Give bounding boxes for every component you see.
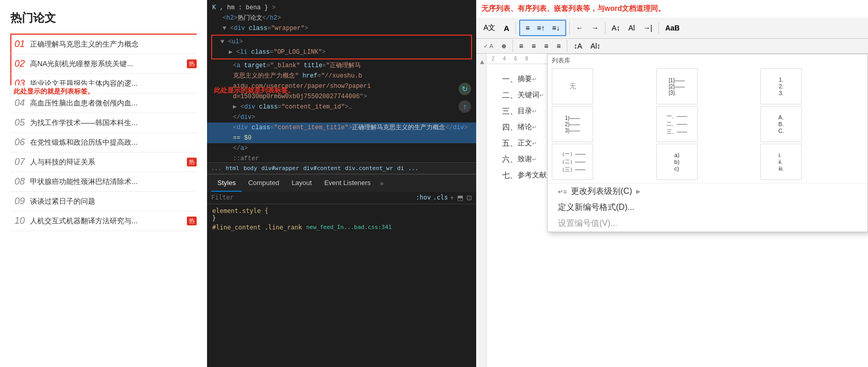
toolbar-sort-btn[interactable]: A↕ <box>609 22 623 34</box>
toolbar-style-btn[interactable]: AaB <box>662 22 683 34</box>
toolbar-align-justify[interactable]: ≡ <box>553 40 564 52</box>
list-style-item-paren-chinese[interactable]: （一）——（二）——（三）—— <box>552 144 593 180</box>
paper-num: 06 <box>14 137 30 148</box>
paper-list: 01正确理解马克思主义的生产力概念02高NA光刻机光瞳整形系统关键...热03毕… <box>10 34 197 231</box>
css-source-file[interactable]: new_feed_In...bad.css:341 <box>306 224 392 231</box>
toolbar-align-btn[interactable]: Al <box>625 22 638 34</box>
list-style-item-roman-lower[interactable]: i.ii.iii. <box>760 144 802 180</box>
filter-copy-icon[interactable]: ⬒ <box>457 194 463 202</box>
paper-num: 07 <box>14 157 30 167</box>
hot-badge: 热 <box>187 59 197 68</box>
doc-section-num: 四、 <box>502 123 518 132</box>
toolbar-align-left[interactable]: ≡ <box>516 40 526 52</box>
breadcrumb-contentwr[interactable]: div.content_wr <box>345 165 393 172</box>
right-content: ▶ 2 4 6 8 一、摘要↵二、关键词↵三、目录↵四、绪论↵五、正文↵六、致谢… <box>476 54 868 367</box>
toolbar-font-a[interactable]: A <box>501 22 512 35</box>
hot-badge: 热 <box>187 158 197 166</box>
doc-section-num: 三、 <box>502 106 518 116</box>
tab-more[interactable]: » <box>377 175 387 191</box>
submenu-item[interactable]: ↵≡更改列表级别(C)▶ <box>548 184 867 200</box>
code-line-highlight[interactable]: <div class="content_item_title">正确理解马克思主… <box>207 123 476 133</box>
breadcrumb-content[interactable]: div#content <box>303 165 341 172</box>
toolbar-add-icon[interactable]: ⊕ <box>498 41 509 52</box>
code-area: K , hm : bena } > <h2>热门论文</h2> ▼ <div c… <box>207 0 476 162</box>
list-style-item-arabic[interactable]: 1.2.3. <box>760 68 802 104</box>
toolbar-para-spacing[interactable]: Al↕ <box>587 40 604 52</box>
toolbar-sep3 <box>605 22 606 34</box>
breadcrumb-di[interactable]: di <box>397 165 404 172</box>
code-line: ::after <box>207 154 476 162</box>
toolbar-unordered-list-btn[interactable]: ≡ <box>522 22 533 34</box>
toolbar-number-v[interactable]: ✓ A <box>480 41 496 52</box>
filter-settings-icon[interactable]: ⊡ <box>466 194 472 202</box>
list-style-item-alpha-lower[interactable]: a)b)c) <box>656 144 698 180</box>
paper-title[interactable]: 为找工作学技术——韩国本科生... <box>30 118 197 128</box>
devtools-filter-bar: :hov .cls + ⬒ ⊡ <box>207 192 476 204</box>
paper-title[interactable]: 谈谈过紧日子的问题 <box>30 197 197 206</box>
tab-computed[interactable]: Computed <box>242 175 285 192</box>
filter-plus-icon[interactable]: + <box>450 194 454 202</box>
code-line: aidu.com/usercenter/paper/show?paperi <box>207 81 476 91</box>
scroll-up-btn[interactable]: ↑ <box>459 100 471 113</box>
tab-event-listeners[interactable]: Event Listeners <box>318 175 377 192</box>
paper-item[interactable]: 09谈谈过紧日子的问题 <box>10 192 197 211</box>
paper-item[interactable]: 10人机交互式机器翻译方法研究与...热 <box>10 211 197 231</box>
paper-title[interactable]: 高NA光刻机光瞳整形系统关键... <box>30 59 184 69</box>
breadcrumb-html[interactable]: html <box>226 165 240 172</box>
breadcrumb-body[interactable]: body <box>243 165 257 172</box>
paper-item[interactable]: 05为找工作学技术——韩国本科生... <box>10 113 197 133</box>
list-style-item-bracket-num[interactable]: [1]——[2]——[3]. <box>656 68 698 104</box>
list-style-item-alpha[interactable]: A.B.C. <box>760 106 802 142</box>
toolbar-tab-btn[interactable]: →| <box>640 22 656 34</box>
filter-input[interactable] <box>211 194 414 201</box>
paper-item[interactable]: 04高血压性脑出血患者微创颅内血... <box>10 94 197 113</box>
paper-title[interactable]: 正确理解马克思主义的生产力概念 <box>30 40 197 49</box>
toolbar-line-spacing[interactable]: ↕A <box>570 40 585 52</box>
code-line: </div> <box>207 112 476 123</box>
red-box: ▼ <ul> ▶ <li class="OP_LOG_LINK"> <box>211 35 472 59</box>
css-element-style: element.style { <box>212 207 471 215</box>
tab-layout[interactable]: Layout <box>285 175 318 192</box>
list-style-item-none[interactable]: 无 <box>552 68 593 104</box>
hot-badge: 热 <box>187 217 197 225</box>
toolbar-sep6 <box>567 40 567 52</box>
filter-hov[interactable]: :hov <box>416 194 431 201</box>
paper-title[interactable]: 高血压性脑出血患者微创颅内血... <box>30 99 197 108</box>
paper-item[interactable]: 01正确理解马克思主义的生产力概念 <box>10 34 197 54</box>
filter-cls[interactable]: .cls <box>433 194 448 201</box>
toolbar-nested-list-btn[interactable]: ≡↓ <box>549 22 563 34</box>
toolbar-ordered-list-btn[interactable]: ≡↑ <box>534 22 548 34</box>
doc-section-num: 二、 <box>502 90 518 100</box>
submenu-label: 设置编号值(V)... <box>558 218 617 229</box>
paper-item[interactable]: 02高NA光刻机光瞳整形系统关键...热 <box>10 54 197 74</box>
refresh-icon-btn[interactable]: ↻ <box>459 83 471 95</box>
list-style-item-paren-num[interactable]: 1)——2)——3)—— <box>552 106 593 142</box>
paper-title[interactable]: 人与科技的辩证关系 <box>30 158 184 167</box>
submenu-items: ↵≡更改列表级别(C)▶定义新编号格式(D)...设置编号值(V)... <box>548 184 867 232</box>
paper-title[interactable]: 在党性锻炼和政治历练中提高政... <box>30 138 197 147</box>
toolbar-font-a-wen[interactable]: A文 <box>480 21 498 35</box>
paper-item[interactable]: 06在党性锻炼和政治历练中提高政... <box>10 133 197 152</box>
paper-title[interactable]: 毕业论文开题报告主体内容的逻... <box>30 79 197 88</box>
submenu-label: 更改列表级别(C) <box>571 186 632 197</box>
paper-num: 08 <box>14 176 30 187</box>
paper-item[interactable]: 08甲状腺癌功能性颈淋巴结清除术... <box>10 172 197 192</box>
paper-title[interactable]: 甲状腺癌功能性颈淋巴结清除术... <box>30 177 197 187</box>
ruler-8: 8 <box>525 56 528 62</box>
code-line: K , hm : bena } > <box>207 3 476 13</box>
devtools-breadcrumb: ... html body div#wrapper div#content di… <box>207 162 476 174</box>
list-style-item-chinese[interactable]: 一、——二、——三、—— <box>656 106 698 142</box>
tab-styles[interactable]: Styles <box>211 175 242 192</box>
toolbar-align-right[interactable]: ≡ <box>541 40 551 52</box>
paper-item[interactable]: 03毕业论文开题报告主体内容的逻... <box>10 74 197 94</box>
toolbar-indent-btn[interactable]: → <box>589 22 602 34</box>
toolbar-list-group: ≡ ≡↑ ≡↓ <box>519 20 566 36</box>
toolbar-outdent-btn[interactable]: ← <box>573 22 586 34</box>
breadcrumb-more[interactable]: ... <box>408 165 419 172</box>
submenu-label: 定义新编号格式(D)... <box>558 202 635 213</box>
breadcrumb-wrapper[interactable]: div#wrapper <box>261 165 299 172</box>
paper-title[interactable]: 人机交互式机器翻译方法研究与... <box>30 217 184 226</box>
paper-item[interactable]: 07人与科技的辩证关系热 <box>10 152 197 172</box>
toolbar-align-center[interactable]: ≡ <box>528 40 539 52</box>
submenu-item[interactable]: 定义新编号格式(D)... <box>548 200 867 216</box>
